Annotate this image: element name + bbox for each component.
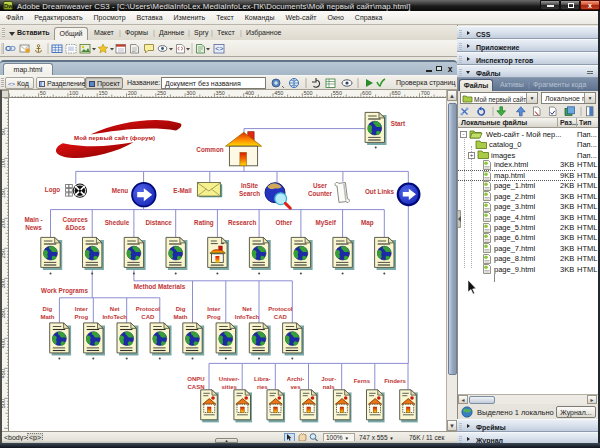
svg-text:Distance: Distance [146,219,173,226]
svg-text:Work Programs: Work Programs [41,287,88,295]
svg-text:Main -: Main - [24,216,42,223]
svg-text:Finders: Finders [384,378,406,384]
svg-text:Protocol: Protocol [268,306,293,312]
svg-text:Method Materials: Method Materials [134,283,186,290]
svg-text:Inter: Inter [75,306,89,312]
svg-text:ves: ves [290,384,301,390]
svg-text:nals: nals [323,384,336,390]
svg-text:<>: <> [215,45,223,52]
svg-text:Archi-: Archi- [287,376,304,382]
svg-text:350: 350 [216,90,225,96]
svg-text:Dig: Dig [176,306,186,312]
svg-text:550: 550 [333,90,342,96]
svg-text:Common: Common [196,146,223,153]
svg-text:CAD: CAD [141,314,155,320]
svg-text:600: 600 [362,90,371,96]
svg-text:News: News [25,224,42,231]
svg-text:Menu: Menu [112,187,129,194]
svg-text:500: 500 [304,90,313,96]
svg-text:Counter: Counter [308,190,333,197]
svg-text:Мой первый сайт (форум): Мой первый сайт (форум) [74,134,155,141]
svg-text:CAD: CAD [274,314,288,320]
svg-text:Other: Other [276,219,293,226]
svg-text:ries: ries [257,384,268,390]
svg-text:Prog: Prog [207,314,221,320]
svg-text:300: 300 [186,90,195,96]
svg-text:Libra-: Libra- [254,376,271,382]
svg-text:MySelf: MySelf [315,219,336,227]
svg-text:Net: Net [110,306,120,312]
svg-text:250: 250 [157,90,166,96]
svg-text:Shedule: Shedule [105,219,130,226]
svg-text:Rating: Rating [194,219,214,227]
svg-text:User: User [313,182,328,189]
svg-text:InSite: InSite [241,182,259,189]
svg-text:CASN: CASN [187,384,204,390]
svg-text:200: 200 [128,90,137,96]
svg-text:Jour-: Jour- [321,376,336,382]
svg-text:Ferns: Ferns [354,378,371,384]
svg-text:400: 400 [245,90,254,96]
svg-text:Out Links: Out Links [365,188,395,195]
svg-text:Search: Search [239,190,260,197]
svg-text:InfoTech: InfoTech [235,314,260,320]
svg-text:Inter: Inter [207,306,221,312]
svg-text:E-Mail: E-Mail [173,187,192,194]
svg-text:Dig: Dig [43,306,53,312]
svg-text:Protocol: Protocol [136,306,161,312]
svg-text:Research: Research [228,219,257,226]
svg-text:50: 50 [40,90,46,96]
svg-text:150: 150 [98,90,107,96]
svg-text:&Docs: &Docs [65,224,85,231]
svg-text:Net: Net [242,306,252,312]
svg-text:Cources: Cources [63,216,89,223]
svg-text:Math: Math [40,314,54,320]
svg-text:sities: sities [222,384,238,390]
svg-text:Prog: Prog [74,314,88,320]
svg-text:Math: Math [174,314,188,320]
svg-text:Logo: Logo [45,186,61,194]
svg-text:100: 100 [69,90,78,96]
svg-text:Map: Map [361,219,374,227]
svg-text:Start: Start [391,120,406,127]
svg-text:650: 650 [391,90,400,96]
svg-text:ONPU: ONPU [187,376,204,382]
svg-text:InfoTech: InfoTech [102,314,127,320]
svg-text:450: 450 [274,90,283,96]
svg-text:700: 700 [421,90,430,96]
svg-text:Univer-: Univer- [219,376,240,382]
